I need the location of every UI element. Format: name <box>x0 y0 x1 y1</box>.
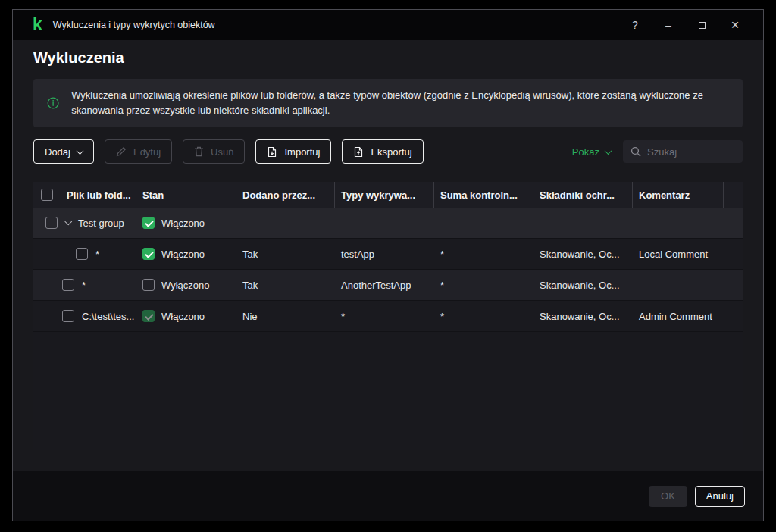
title-bar: k Wykluczenia i typy wykrytych obiektów … <box>13 10 763 40</box>
group-state-label: Włączono <box>161 217 205 229</box>
row-state-cell: Włączono <box>136 248 236 260</box>
row-added-by: Nie <box>236 311 335 322</box>
exclusions-table: Plik lub fold... Stan Dodano przez... Ty… <box>33 182 743 450</box>
add-button[interactable]: Dodaj <box>33 139 94 164</box>
row-added-by: Tak <box>236 249 335 260</box>
help-button[interactable]: ? <box>624 14 646 36</box>
row-state-label: Włączono <box>161 311 205 322</box>
export-button[interactable]: Eksportuj <box>342 139 423 164</box>
row-comment: Local Comment <box>633 249 724 260</box>
header-select-all-cell <box>33 182 61 208</box>
maximize-button[interactable] <box>690 14 713 36</box>
content-area: Wykluczenia Wykluczenia umożliwiają okre… <box>13 40 763 471</box>
row-path: * <box>82 280 86 291</box>
toolbar: Dodaj Edytuj Usuń <box>33 139 743 164</box>
row-comment: Admin Comment <box>633 311 724 322</box>
delete-button[interactable]: Usuń <box>183 139 245 164</box>
table-row[interactable]: * Wyłączono Tak AnotherTestApp * Skanowa… <box>33 270 743 301</box>
group-name: Test group <box>78 217 124 229</box>
info-banner-text: Wykluczenia umożliwiają określenie plikó… <box>71 88 729 118</box>
delete-button-label: Usuń <box>211 146 233 158</box>
column-header-added-by: Dodano przez... <box>236 182 335 208</box>
column-header-state: Stan <box>136 182 236 208</box>
row-path: * <box>95 249 99 260</box>
cancel-button[interactable]: Anuluj <box>695 486 745 507</box>
row-components: Skanowanie, Oc... <box>534 280 633 291</box>
table-group-row[interactable]: Test group Włączono <box>33 208 743 239</box>
row-state-checkbox[interactable] <box>142 310 155 322</box>
row-types: testApp <box>335 249 434 260</box>
row-state-checkbox[interactable] <box>142 248 155 260</box>
row-path-cell: * <box>33 248 136 260</box>
table-row[interactable]: * Włączono Tak testApp * Skanowanie, Oc.… <box>33 239 743 270</box>
row-types: AnotherTestApp <box>335 280 434 291</box>
select-all-checkbox[interactable] <box>41 189 53 201</box>
info-banner: Wykluczenia umożliwiają określenie plikó… <box>33 79 743 127</box>
window-controls: ? – × <box>624 14 746 36</box>
row-path-cell: C:\test\tes... <box>33 310 136 322</box>
group-state-checkbox[interactable] <box>142 217 155 229</box>
row-checksum: * <box>434 311 534 322</box>
table-header: Plik lub fold... Stan Dodano przez... Ty… <box>33 182 743 208</box>
add-button-label: Dodaj <box>45 146 70 158</box>
kaspersky-logo-icon: k <box>33 16 42 33</box>
dialog-footer: OK Anuluj <box>13 471 763 521</box>
import-button-label: Importuj <box>284 146 320 158</box>
minimize-button[interactable]: – <box>657 14 680 36</box>
group-name-cell: Test group <box>33 217 136 229</box>
import-button[interactable]: Importuj <box>255 139 331 164</box>
maximize-icon <box>699 22 706 29</box>
row-path-cell: * <box>33 279 136 291</box>
row-state-cell: Wyłączono <box>136 279 236 291</box>
column-header-spacer <box>724 182 743 208</box>
search-box <box>623 140 743 163</box>
group-state-cell: Włączono <box>136 217 236 229</box>
info-icon <box>47 95 59 111</box>
group-expand-chevron-icon[interactable] <box>64 217 72 225</box>
column-header-types: Typy wykrywa... <box>335 182 434 208</box>
page-title: Wykluczenia <box>33 49 743 67</box>
edit-button-label: Edytuj <box>133 146 161 158</box>
group-row-checkbox[interactable] <box>45 217 58 229</box>
trash-icon <box>194 146 204 157</box>
table-row[interactable]: C:\test\tes... Włączono Nie * * Skanowan… <box>33 301 743 332</box>
import-icon <box>267 146 277 158</box>
ok-button[interactable]: OK <box>649 486 687 507</box>
row-path: C:\test\tes... <box>82 311 134 322</box>
column-header-path: Plik lub fold... <box>61 182 136 208</box>
show-filter-label: Pokaż <box>572 146 599 158</box>
search-icon <box>630 146 641 157</box>
app-window: k Wykluczenia i typy wykrytych obiektów … <box>12 9 764 521</box>
row-checkbox[interactable] <box>62 279 74 291</box>
pencil-icon <box>116 146 127 157</box>
row-checkbox[interactable] <box>62 310 74 322</box>
edit-button[interactable]: Edytuj <box>105 139 172 164</box>
row-state-checkbox[interactable] <box>142 279 155 291</box>
row-state-label: Włączono <box>161 249 205 260</box>
column-header-components: Składniki ochr... <box>534 182 633 208</box>
row-state-cell: Włączono <box>136 310 236 322</box>
column-header-checksum: Suma kontroln... <box>434 182 534 208</box>
chevron-down-icon <box>605 147 612 155</box>
window-title: Wykluczenia i typy wykrytych obiektów <box>53 20 215 30</box>
show-filter-button[interactable]: Pokaż <box>572 146 611 158</box>
column-header-comment: Komentarz <box>633 182 724 208</box>
row-added-by: Tak <box>236 280 335 291</box>
export-button-label: Eksportuj <box>371 146 411 158</box>
row-components: Skanowanie, Oc... <box>534 311 633 322</box>
export-icon <box>353 146 364 158</box>
close-button[interactable]: × <box>724 14 746 36</box>
row-types: * <box>335 311 434 322</box>
row-components: Skanowanie, Oc... <box>534 249 633 260</box>
row-checksum: * <box>434 249 534 260</box>
chevron-down-icon <box>77 147 84 155</box>
row-checkbox[interactable] <box>76 248 88 260</box>
row-checksum: * <box>434 280 534 291</box>
row-state-label: Wyłączono <box>161 280 209 291</box>
